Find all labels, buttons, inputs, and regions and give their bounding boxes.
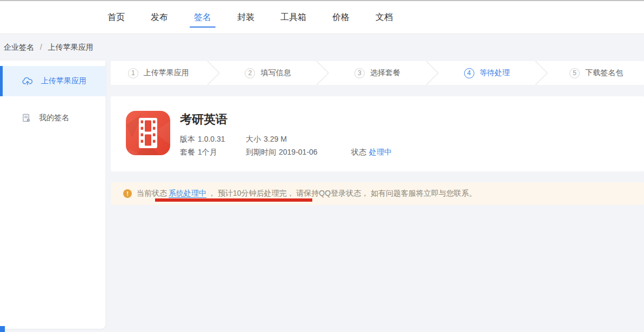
nav-item-package[interactable]: 封装 bbox=[237, 1, 255, 34]
step-chevron-icon bbox=[425, 61, 439, 85]
step-number: 3 bbox=[354, 68, 365, 78]
size-label: 大小 bbox=[246, 135, 261, 143]
cloud-upload-icon bbox=[22, 76, 33, 86]
bottom-left-blue-mark bbox=[0, 326, 5, 332]
nav-item-signature[interactable]: 签名 bbox=[193, 1, 212, 34]
step-label: 选择套餐 bbox=[370, 68, 400, 78]
signature-document-icon bbox=[22, 113, 31, 123]
alert-status-link[interactable]: 系统处理中 bbox=[169, 189, 206, 198]
expire-label: 到期时间 bbox=[246, 148, 276, 156]
step-number: 5 bbox=[569, 68, 580, 78]
step-chevron-icon bbox=[316, 61, 330, 85]
step-number: 2 bbox=[245, 68, 255, 78]
nav-item-label: 首页 bbox=[108, 12, 125, 23]
breadcrumb-separator: / bbox=[40, 43, 42, 51]
nav-item-label: 文档 bbox=[375, 12, 393, 23]
step-4-waiting: 4 等待处理 bbox=[439, 61, 535, 85]
sidebar: 上传苹果应用 我的签名 bbox=[0, 61, 105, 329]
sidebar-item-my-signatures[interactable]: 我的签名 bbox=[0, 106, 105, 130]
step-label: 上传苹果应用 bbox=[144, 68, 189, 78]
plan-label: 套餐 bbox=[180, 148, 195, 156]
plan-value: 1个月 bbox=[198, 148, 217, 156]
film-strip-icon bbox=[126, 111, 170, 155]
nav-item-toolbox[interactable]: 工具箱 bbox=[280, 1, 307, 34]
warning-icon bbox=[123, 189, 132, 198]
step-label: 等待处理 bbox=[480, 68, 510, 78]
breadcrumb-item-upload-apple-app: 上传苹果应用 bbox=[48, 43, 93, 51]
nav-item-label: 价格 bbox=[332, 12, 350, 23]
step-wizard: 1 上传苹果应用 2 填写信息 3 选择套餐 4 等待处理 5 下载签名包 bbox=[111, 61, 644, 85]
step-label: 填写信息 bbox=[260, 68, 291, 78]
app-card: 考研英语 版本1.0.0.31 大小3.29 M 套餐1个月 到期时间2019-… bbox=[111, 96, 644, 171]
nav-item-label: 封装 bbox=[237, 12, 254, 23]
breadcrumb: 企业签名 / 上传苹果应用 bbox=[4, 43, 93, 52]
step-2-fill-info: 2 填写信息 bbox=[220, 61, 316, 85]
nav-item-home[interactable]: 首页 bbox=[107, 1, 125, 34]
sidebar-item-label: 上传苹果应用 bbox=[41, 76, 86, 86]
breadcrumb-item-enterprise-signature[interactable]: 企业签名 bbox=[4, 43, 34, 51]
app-version: 版本1.0.0.31 bbox=[180, 135, 246, 144]
meta-row-1: 版本1.0.0.31 大小3.29 M bbox=[180, 133, 633, 146]
step-label: 下载签名包 bbox=[585, 68, 623, 78]
top-nav: 首页 发布 签名 封装 工具箱 价格 文档 bbox=[0, 0, 644, 34]
step-number: 1 bbox=[128, 68, 138, 78]
app-expire: 到期时间2019-01-06 bbox=[246, 148, 351, 157]
nav-item-label: 发布 bbox=[151, 12, 168, 23]
app-meta: 版本1.0.0.31 大小3.29 M 套餐1个月 到期时间2019-01-06… bbox=[180, 133, 633, 159]
meta-row-2: 套餐1个月 到期时间2019-01-06 状态处理中 bbox=[180, 146, 633, 159]
version-value: 1.0.0.31 bbox=[198, 135, 225, 143]
sidebar-item-upload-apple-app[interactable]: 上传苹果应用 bbox=[0, 66, 105, 96]
nav-items: 首页 发布 签名 封装 工具箱 价格 文档 bbox=[107, 1, 393, 34]
alert-text-suffix: ， 预计10分钟后处理完， 请保持QQ登录状态， 如有问题客服将立即与您联系。 bbox=[208, 189, 477, 198]
status-value[interactable]: 处理中 bbox=[369, 148, 392, 156]
step-chevron-icon bbox=[206, 61, 220, 85]
nav-item-docs[interactable]: 文档 bbox=[375, 1, 393, 34]
status-label: 状态 bbox=[351, 148, 366, 156]
sidebar-item-label: 我的签名 bbox=[39, 113, 69, 123]
app-title: 考研英语 bbox=[180, 111, 227, 128]
step-number: 4 bbox=[464, 68, 474, 78]
nav-item-label: 工具箱 bbox=[280, 12, 306, 23]
nav-item-label: 签名 bbox=[194, 12, 211, 23]
expire-value: 2019-01-06 bbox=[279, 148, 318, 156]
nav-item-pricing[interactable]: 价格 bbox=[332, 1, 350, 34]
nav-item-publish[interactable]: 发布 bbox=[150, 1, 169, 34]
step-5-download: 5 下载签名包 bbox=[548, 61, 644, 85]
step-chevron-icon bbox=[534, 61, 548, 85]
step-3-select-plan: 3 选择套餐 bbox=[330, 61, 425, 85]
app-plan: 套餐1个月 bbox=[180, 148, 246, 157]
page: 首页 发布 签名 封装 工具箱 价格 文档 企业签名 / 上传苹果应用 上传苹果… bbox=[0, 0, 644, 332]
app-size: 大小3.29 M bbox=[246, 135, 351, 144]
size-value: 3.29 M bbox=[264, 135, 287, 143]
app-status: 状态处理中 bbox=[351, 148, 392, 157]
red-underline-annotation bbox=[155, 198, 312, 202]
version-label: 版本 bbox=[180, 135, 195, 143]
step-1-upload: 1 上传苹果应用 bbox=[111, 61, 206, 85]
alert-text-prefix: 当前状态 bbox=[137, 189, 167, 198]
